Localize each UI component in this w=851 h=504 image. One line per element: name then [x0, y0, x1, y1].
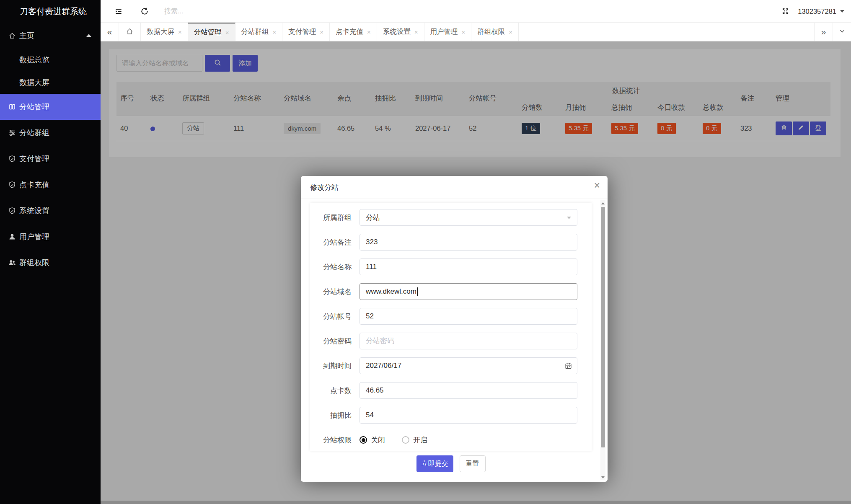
close-icon[interactable]: × — [509, 28, 512, 36]
form-row-name: 分站名称 — [310, 258, 592, 275]
close-icon[interactable]: × — [178, 28, 182, 36]
commission-field[interactable] — [360, 407, 577, 424]
submit-button[interactable]: 立即提交 — [416, 455, 453, 472]
chevrons-left: « — [107, 27, 112, 37]
tab-user-manage[interactable]: 用户管理 × — [424, 23, 472, 41]
sidebar-item-label: 支付管理 — [19, 154, 49, 164]
form-row-permission: 分站权限 关闭 开启 — [310, 432, 592, 448]
columns-icon — [8, 103, 16, 111]
close-icon[interactable]: × — [367, 28, 371, 36]
modal-title: 修改分站 — [310, 183, 339, 192]
collapse-menu-icon[interactable] — [114, 7, 123, 16]
sliders-icon — [8, 129, 16, 137]
account-field[interactable] — [360, 308, 577, 325]
field-label: 分站密码 — [310, 336, 360, 346]
tab-label: 分站群组 — [241, 27, 269, 36]
sidebar-item-payment[interactable]: 支付管理 — [0, 146, 101, 172]
site-name-field[interactable] — [360, 258, 577, 275]
field-label: 点卡数 — [310, 386, 360, 395]
sidebar-item-data-screen[interactable]: 数据大屏 — [0, 71, 101, 94]
points-field[interactable] — [360, 382, 577, 399]
domain-field-value: www.dkewl.com — [366, 287, 416, 296]
topbar: 1302357281 — [101, 0, 851, 23]
tab-site-manage[interactable]: 分站管理 × — [188, 23, 235, 41]
sidebar-item-label: 系统设置 — [19, 206, 49, 216]
user-menu[interactable]: 1302357281 — [798, 0, 844, 23]
modal-form-panel: 所属群组 分站 分站备注 分站名称 分站域名 — [310, 203, 592, 451]
close-icon[interactable]: × — [273, 28, 277, 36]
sidebar-item-label: 数据总览 — [19, 55, 49, 65]
form-row-group: 所属群组 分站 — [310, 209, 592, 226]
tabs-scroll-right[interactable]: » — [814, 23, 833, 41]
sidebar-item-label: 用户管理 — [19, 232, 49, 242]
home-icon — [8, 32, 16, 39]
sidebar-item-site-manage[interactable]: 分站管理 — [0, 94, 101, 120]
tab-data-screen[interactable]: 数据大屏 × — [141, 23, 188, 41]
sidebar-item-data-overview[interactable]: 数据总览 — [0, 49, 101, 71]
password-field[interactable] — [360, 333, 577, 349]
tab-label: 支付管理 — [288, 27, 316, 36]
sidebar-item-group-permission[interactable]: 群组权限 — [0, 250, 101, 276]
tab-label: 点卡充值 — [336, 27, 363, 36]
fullscreen-icon[interactable] — [781, 7, 790, 16]
sidebar: 刀客付费进群系统 主页 数据总览 数据大屏 分站管理 分站群组 支付管理 — [0, 0, 101, 504]
tabbar-spacer — [519, 23, 814, 41]
global-search-input[interactable] — [164, 5, 307, 18]
field-label: 到期时间 — [310, 361, 360, 371]
tab-label: 用户管理 — [430, 27, 458, 36]
sidebar-item-label: 主页 — [19, 31, 34, 41]
reset-button[interactable]: 重置 — [460, 455, 486, 472]
tab-label: 数据大屏 — [147, 27, 174, 36]
tab-home[interactable] — [119, 23, 141, 41]
tabs-menu-button[interactable] — [833, 23, 851, 41]
refresh-icon[interactable] — [140, 7, 149, 16]
sidebar-item-user-manage[interactable]: 用户管理 — [0, 224, 101, 250]
tab-label: 系统设置 — [383, 27, 411, 36]
sidebar-item-card-recharge[interactable]: 点卡充值 — [0, 172, 101, 198]
form-row-points: 点卡数 — [310, 382, 592, 399]
modal-body: 所属群组 分站 分站备注 分站名称 分站域名 — [301, 199, 608, 482]
edit-site-modal: 修改分站 × 所属群组 分站 分站备注 分站名称 — [301, 176, 608, 482]
modal-footer: 立即提交 重置 — [310, 455, 592, 472]
close-icon[interactable]: × — [320, 28, 323, 36]
tab-payment[interactable]: 支付管理 × — [282, 23, 330, 41]
scroll-up-arrow[interactable] — [600, 200, 605, 206]
close-icon[interactable]: × — [594, 180, 600, 191]
tabbar: « 数据大屏 × 分站管理 × 分站群组 × 支付管理 × 点卡充值 × 系统设… — [101, 23, 851, 41]
group-select[interactable]: 分站 — [360, 209, 577, 226]
form-row-commission: 抽拥比 — [310, 407, 592, 424]
sidebar-item-system-settings[interactable]: 系统设置 — [0, 198, 101, 224]
tab-system-settings[interactable]: 系统设置 × — [377, 23, 424, 41]
modal-header: 修改分站 — [301, 176, 608, 199]
permission-radio-off[interactable] — [360, 436, 367, 444]
field-label: 分站名称 — [310, 262, 360, 272]
tab-site-group[interactable]: 分站群组 × — [235, 23, 283, 41]
tab-label: 群组权限 — [477, 27, 505, 36]
expire-date-field[interactable]: 2027/06/17 — [360, 357, 577, 374]
tabs-scroll-left[interactable]: « — [101, 23, 119, 41]
field-label: 分站权限 — [310, 435, 360, 445]
main-content: 添加 序号 状态 所属群组 分站名称 分站域名 余点 抽拥比 到期时间 — [101, 41, 851, 504]
sidebar-item-site-group[interactable]: 分站群组 — [0, 120, 101, 146]
app-title: 刀客付费进群系统 — [0, 0, 101, 23]
domain-field[interactable]: www.dkewl.com — [360, 283, 577, 300]
username: 1302357281 — [798, 8, 836, 16]
field-label: 分站帐号 — [310, 312, 360, 321]
home-icon — [126, 27, 134, 37]
tab-group-permission[interactable]: 群组权限 × — [471, 23, 519, 41]
close-icon[interactable]: × — [414, 28, 418, 36]
close-icon[interactable]: × — [225, 29, 229, 36]
scrollbar-thumb[interactable] — [601, 207, 605, 447]
permission-radio-on[interactable] — [402, 436, 409, 444]
remark-field[interactable] — [360, 234, 577, 251]
form-row-remark: 分站备注 — [310, 234, 592, 251]
form-row-expire: 到期时间 2027/06/17 — [310, 357, 592, 374]
tab-card-recharge[interactable]: 点卡充值 × — [330, 23, 377, 41]
radio-label: 开启 — [413, 435, 427, 445]
form-row-account: 分站帐号 — [310, 308, 592, 325]
sidebar-item-label: 数据大屏 — [19, 78, 49, 88]
sidebar-item-home[interactable]: 主页 — [0, 23, 101, 49]
scroll-down-arrow[interactable] — [600, 474, 605, 480]
expire-date-value: 2027/06/17 — [366, 362, 401, 370]
close-icon[interactable]: × — [462, 28, 466, 36]
